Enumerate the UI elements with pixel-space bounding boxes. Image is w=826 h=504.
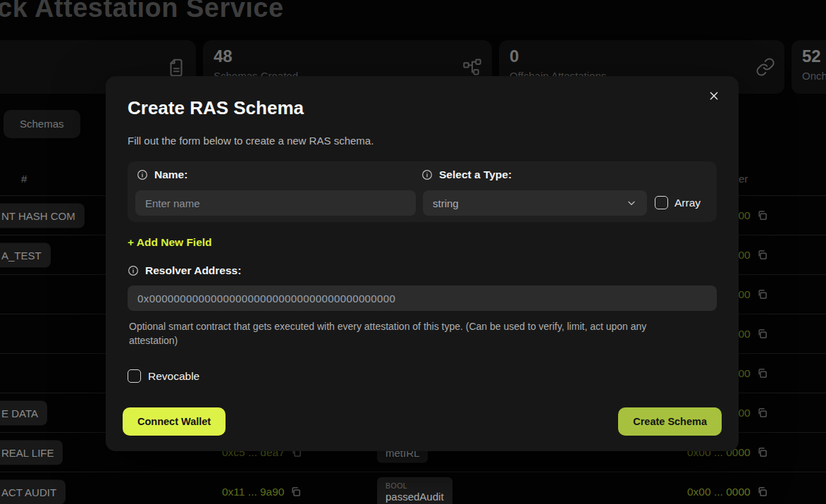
chevron-down-icon [626, 197, 637, 209]
schema-name-badge: ACT AUDIT [0, 479, 66, 504]
copy-icon[interactable] [290, 486, 301, 497]
name-input[interactable] [135, 190, 416, 216]
column-header-resolver: er [739, 173, 748, 185]
info-icon [421, 169, 433, 180]
schema-name-badge: E DATA [0, 400, 47, 425]
revocable-label: Revocable [148, 370, 199, 383]
create-schema-button[interactable]: Create Schema [618, 407, 722, 436]
copy-icon[interactable] [757, 368, 768, 379]
resolver-address-input[interactable] [128, 285, 717, 311]
table-row: ACT AUDIT 0x11 ... 9a90 BOOLpassedAudit … [0, 472, 826, 504]
type-select[interactable]: string [423, 190, 647, 216]
type-label: Select a Type: [421, 168, 512, 181]
page-title: ck Attestation Service [0, 0, 284, 23]
close-icon[interactable] [705, 87, 722, 104]
link-icon [756, 57, 775, 77]
column-header-number: # [21, 173, 27, 185]
copy-icon[interactable] [757, 447, 768, 457]
stat-label: Oncha [802, 70, 826, 82]
copy-icon[interactable] [757, 407, 768, 418]
create-ras-schema-modal: Create RAS Schema Fill out the form belo… [106, 76, 739, 451]
info-icon [137, 169, 148, 180]
array-checkbox[interactable] [655, 196, 668, 209]
schema-field-panel: Name: Select a Type: string Array [128, 161, 717, 222]
schema-name-badge: REAL LIFE [0, 440, 63, 465]
add-new-field-button[interactable]: + Add New Field [128, 236, 212, 249]
array-option: Array [655, 196, 701, 209]
info-icon [128, 265, 139, 276]
schema-name-badge: NT HASH COM [0, 203, 85, 228]
tab-schemas[interactable]: Schemas [4, 110, 80, 138]
array-label: Array [674, 197, 701, 209]
file-icon [166, 57, 187, 78]
type-select-value: string [433, 197, 459, 209]
copy-icon[interactable] [757, 289, 768, 300]
resolver-help-text: Optional smart contract that gets execut… [129, 319, 693, 348]
network-icon [462, 57, 483, 77]
copy-icon[interactable] [757, 328, 768, 339]
revocable-checkbox[interactable] [128, 369, 141, 383]
schema-name-badge: A_TEST [0, 242, 51, 267]
stat-value: 48 [214, 47, 233, 66]
name-label: Name: [137, 168, 187, 181]
schema-uid-link[interactable]: 0x11 ... 9a90 [222, 486, 301, 498]
resolver-address-label: Resolver Address: [128, 264, 241, 277]
copy-icon[interactable] [757, 210, 768, 221]
resolver-address-link[interactable]: 0x00 ... 0000 [687, 486, 768, 498]
revocable-option: Revocable [128, 369, 199, 383]
copy-icon[interactable] [757, 486, 768, 497]
schema-field-badge: BOOLpassedAudit [377, 477, 452, 504]
copy-icon[interactable] [757, 250, 768, 260]
stat-card-onchain-attestations: 52 Oncha [791, 40, 826, 94]
stat-value: 0 [510, 47, 519, 66]
modal-subtitle: Fill out the form below to create a new … [128, 135, 374, 147]
connect-wallet-button[interactable]: Connect Wallet [123, 407, 226, 436]
modal-title: Create RAS Schema [128, 97, 304, 119]
stat-value: 52 [802, 47, 821, 66]
